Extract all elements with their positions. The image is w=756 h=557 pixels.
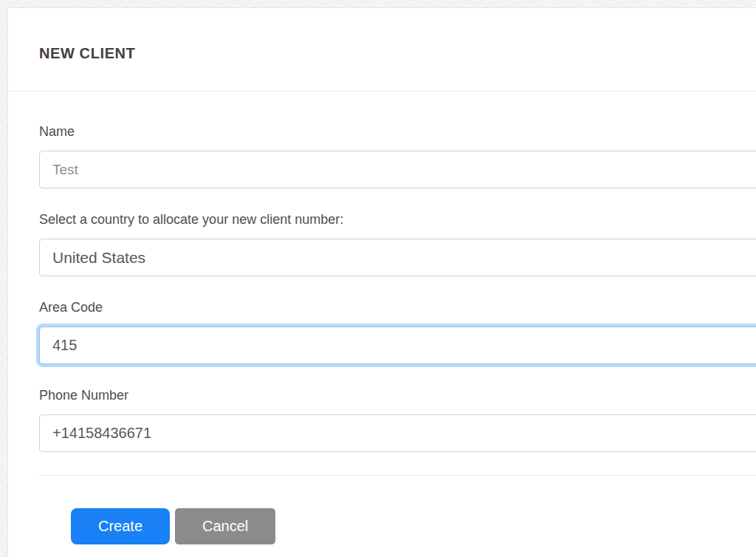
area-code-field-group: Area Code	[39, 299, 756, 364]
page-title: NEW CLIENT	[39, 45, 135, 62]
name-input[interactable]	[39, 151, 756, 188]
country-selected-value: United States	[52, 249, 145, 267]
country-field-group: Select a country to allocate your new cl…	[39, 211, 756, 276]
area-code-label: Area Code	[39, 299, 756, 315]
create-button[interactable]: Create	[71, 508, 170, 544]
name-field-group: Name	[39, 123, 756, 188]
country-select[interactable]: United States	[39, 239, 756, 276]
cancel-button[interactable]: Cancel	[175, 508, 275, 544]
phone-number-field-group: Phone Number	[39, 387, 756, 452]
panel-body: Name Select a country to allocate your n…	[8, 92, 756, 544]
phone-number-label: Phone Number	[39, 387, 756, 403]
area-code-input[interactable]	[39, 327, 756, 364]
button-row: Create Cancel	[71, 508, 756, 544]
new-client-form: Name Select a country to allocate your n…	[39, 123, 756, 544]
panel-header: NEW CLIENT	[8, 8, 756, 92]
new-client-panel: NEW CLIENT Name Select a country to allo…	[7, 7, 756, 557]
phone-number-input[interactable]	[39, 414, 756, 452]
name-label: Name	[39, 123, 756, 140]
divider	[39, 475, 756, 476]
country-label: Select a country to allocate your new cl…	[39, 211, 756, 228]
